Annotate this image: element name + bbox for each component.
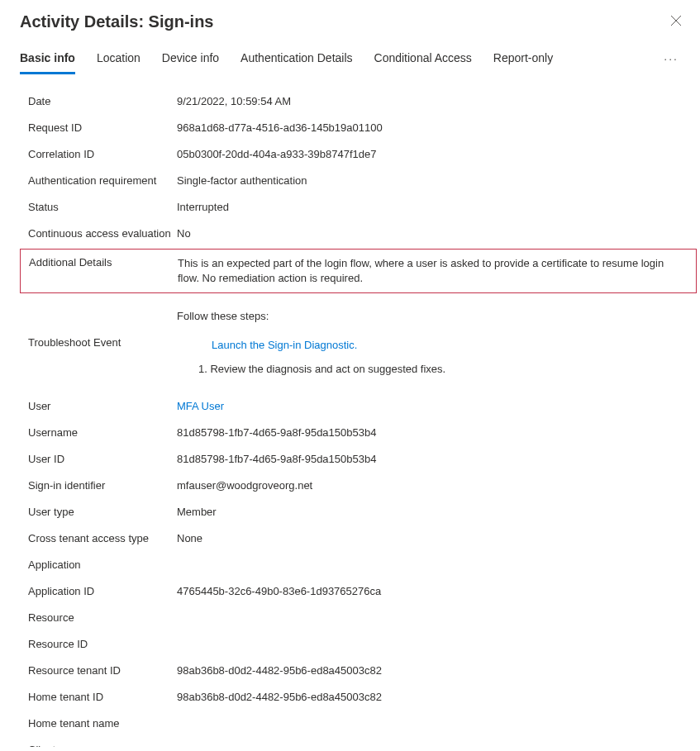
value-resource-tenant-id: 98ab36b8-d0d2-4482-95b6-ed8a45003c82 (177, 664, 700, 677)
label-request-id: Request ID (28, 121, 177, 134)
launch-diagnostic-link[interactable]: Launch the Sign-in Diagnostic. (212, 339, 700, 351)
row-home-tenant-name: Home tenant name (28, 712, 700, 739)
activity-details-panel: Activity Details: Sign-ins Basic info Lo… (0, 0, 700, 751)
value-date: 9/21/2022, 10:59:54 AM (177, 95, 700, 107)
row-request-id: Request ID 968a1d68-d77a-4516-ad36-145b1… (28, 116, 700, 143)
row-resource-id: Resource ID (28, 633, 700, 659)
value-correlation-id: 05b0300f-20dd-404a-a933-39b8747f1de7 (177, 148, 700, 160)
label-troubleshoot: Troubleshoot Event (28, 336, 177, 349)
value-auth-requirement: Single-factor authentication (177, 174, 700, 187)
troubleshoot-content: Follow these steps: Launch the Sign-in D… (177, 310, 700, 375)
label-signin-identifier: Sign-in identifier (28, 479, 177, 492)
value-home-tenant-id: 98ab36b8-d0d2-4482-95b6-ed8a45003c82 (177, 691, 700, 703)
row-client-app: Client app (28, 739, 700, 747)
fields-list: Date 9/21/2022, 10:59:54 AM Request ID 9… (20, 90, 700, 747)
row-date: Date 9/21/2022, 10:59:54 AM (28, 90, 700, 116)
value-signin-identifier: mfauser@woodgroveorg.net (177, 479, 700, 492)
panel-header: Activity Details: Sign-ins (0, 0, 700, 43)
ellipsis-icon: ··· (664, 52, 679, 65)
tab-basic-info[interactable]: Basic info (20, 43, 75, 74)
value-application-id: 4765445b-32c6-49b0-83e6-1d93765276ca (177, 585, 700, 597)
label-resource-tenant-id: Resource tenant ID (28, 664, 177, 677)
troubleshoot-step-1: 1. Review the diagnosis and act on sugge… (198, 363, 700, 375)
label-username: Username (28, 426, 177, 439)
value-request-id: 968a1d68-d77a-4516-ad36-145b19a01100 (177, 121, 700, 134)
label-client-app: Client app (28, 744, 177, 747)
tab-authentication-details[interactable]: Authentication Details (240, 43, 352, 74)
label-application: Application (28, 558, 177, 571)
row-username: Username 81d85798-1fb7-4d65-9a8f-95da150… (28, 421, 700, 448)
label-additional-details: Additional Details (29, 256, 178, 269)
row-home-tenant-id: Home tenant ID 98ab36b8-d0d2-4482-95b6-e… (28, 686, 700, 712)
tab-conditional-access[interactable]: Conditional Access (374, 43, 472, 74)
value-cross-tenant: None (177, 532, 700, 544)
troubleshoot-intro: Follow these steps: (177, 310, 700, 322)
value-additional-details: This is an expected part of the login fl… (178, 256, 688, 286)
value-user-type: Member (177, 506, 700, 518)
row-additional-details: Additional Details This is an expected p… (20, 249, 697, 293)
panel-title: Activity Details: Sign-ins (20, 12, 214, 31)
label-auth-requirement: Authentication requirement (28, 174, 177, 187)
row-application: Application (28, 554, 700, 580)
label-resource: Resource (28, 611, 177, 624)
label-date: Date (28, 95, 177, 107)
row-signin-identifier: Sign-in identifier mfauser@woodgroveorg.… (28, 474, 700, 501)
user-link[interactable]: MFA User (177, 400, 224, 412)
value-username: 81d85798-1fb7-4d65-9a8f-95da150b53b4 (177, 426, 700, 439)
label-resource-id: Resource ID (28, 638, 177, 650)
value-status: Interrupted (177, 201, 700, 213)
value-cae: No (177, 227, 700, 240)
scroll-area[interactable]: Basic info Location Device info Authenti… (0, 43, 700, 747)
row-correlation-id: Correlation ID 05b0300f-20dd-404a-a933-3… (28, 143, 700, 169)
tab-report-only[interactable]: Report-only (493, 43, 553, 74)
label-home-tenant-id: Home tenant ID (28, 691, 177, 703)
label-correlation-id: Correlation ID (28, 148, 177, 160)
label-user: User (28, 400, 177, 412)
tab-bar: Basic info Location Device info Authenti… (20, 43, 700, 75)
row-user-type: User type Member (28, 501, 700, 527)
tab-device-info[interactable]: Device info (162, 43, 219, 74)
tab-location[interactable]: Location (97, 43, 140, 74)
row-resource: Resource (28, 606, 700, 633)
row-user: User MFA User (28, 395, 700, 421)
row-cae: Continuous access evaluation No (28, 222, 700, 249)
value-user-id: 81d85798-1fb7-4d65-9a8f-95da150b53b4 (177, 453, 700, 465)
row-user-id: User ID 81d85798-1fb7-4d65-9a8f-95da150b… (28, 448, 700, 474)
label-application-id: Application ID (28, 585, 177, 597)
close-icon (670, 15, 682, 26)
label-cae: Continuous access evaluation (28, 227, 177, 240)
label-home-tenant-name: Home tenant name (28, 717, 177, 730)
more-button[interactable]: ··· (659, 47, 683, 70)
row-status: Status Interrupted (28, 196, 700, 222)
label-cross-tenant: Cross tenant access type (28, 532, 177, 544)
label-user-id: User ID (28, 453, 177, 465)
close-button[interactable] (667, 12, 685, 31)
row-resource-tenant-id: Resource tenant ID 98ab36b8-d0d2-4482-95… (28, 659, 700, 686)
label-status: Status (28, 201, 177, 213)
label-user-type: User type (28, 506, 177, 518)
row-auth-requirement: Authentication requirement Single-factor… (28, 169, 700, 196)
row-troubleshoot: Troubleshoot Event Follow these steps: L… (28, 310, 700, 375)
row-cross-tenant: Cross tenant access type None (28, 527, 700, 554)
row-application-id: Application ID 4765445b-32c6-49b0-83e6-1… (28, 580, 700, 606)
